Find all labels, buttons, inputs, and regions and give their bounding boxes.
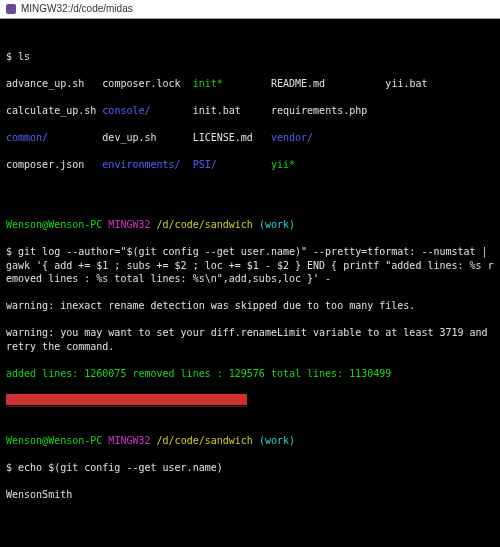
ls-row: advance_up.sh composer.lock init* README… [6,77,494,91]
window-title: MINGW32:/d/code/midas [21,2,133,16]
result-echo: WensonSmith [6,489,72,500]
redacted-bar: ________________________________________ [6,394,247,405]
ls-row: calculate_up.sh console/ init.bat requir… [6,104,494,118]
titlebar[interactable]: MINGW32:/d/code/midas [0,0,500,19]
terminal-body[interactable]: $ ls advance_up.sh composer.lock init* R… [0,19,500,547]
warning: warning: inexact rename detection was sk… [6,300,415,311]
prompt: Wenson@Wenson-PC MINGW32 /d/code/sandwic… [6,218,494,232]
cmd-ls: $ ls [6,51,30,62]
app-icon [6,4,16,14]
warning: warning: you may want to set your diff.r… [6,327,494,352]
terminal-window: MINGW32:/d/code/midas $ ls advance_up.sh… [0,0,500,547]
cmd-gitlog: $ git log --author="$(git config --get u… [6,246,494,284]
result-added: added lines: 1260075 removed lines : 129… [6,368,391,379]
prompt: Wenson@Wenson-PC MINGW32 /d/code/sandwic… [6,434,494,448]
cmd-echo: $ echo $(git config --get user.name) [6,462,223,473]
ls-row: composer.json environments/ PSI/ yii* [6,158,494,172]
ls-row: common/ dev_up.sh LICENSE.md vendor/ [6,131,494,145]
